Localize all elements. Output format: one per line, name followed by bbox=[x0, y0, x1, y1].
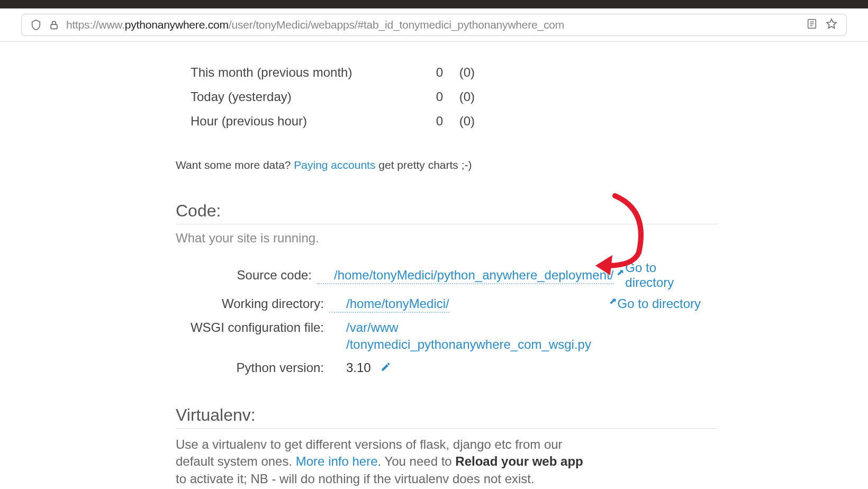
more-info-link[interactable]: More info here bbox=[296, 454, 378, 468]
more-data-note: Want some more data? Paying accounts get… bbox=[176, 159, 868, 171]
page-content: This month (previous month) 0 (0) Today … bbox=[176, 60, 868, 489]
stats-label: Hour (previous hour) bbox=[176, 114, 419, 129]
url-scheme: https:// bbox=[66, 19, 98, 31]
code-heading: Code: bbox=[176, 201, 718, 224]
wsgi-row: WSGI configuration file: /var/www /tonym… bbox=[176, 319, 718, 354]
more-data-prefix: Want some more data? bbox=[176, 159, 294, 171]
working-directory-row: Working directory: /home/tonyMedici/ Go … bbox=[176, 296, 718, 313]
share-icon bbox=[606, 296, 617, 311]
working-directory-label: Working directory: bbox=[176, 296, 329, 311]
tab-strip bbox=[0, 0, 868, 8]
stats-value: 0 bbox=[419, 114, 443, 129]
svg-rect-0 bbox=[51, 24, 57, 29]
address-bar: https://www.pythonanywhere.com/user/tony… bbox=[0, 8, 868, 42]
shield-icon[interactable] bbox=[30, 19, 42, 31]
working-directory-path[interactable]: /home/tonyMedici/ bbox=[329, 296, 449, 313]
source-code-path[interactable]: /home/tonyMedici/python_anywhere_deploym… bbox=[317, 268, 613, 284]
traffic-stats: This month (previous month) 0 (0) Today … bbox=[176, 60, 868, 133]
virtualenv-desc-mid: . You need to bbox=[378, 454, 456, 468]
url-text: https://www.pythonanywhere.com/user/tony… bbox=[66, 19, 564, 31]
pencil-icon[interactable] bbox=[381, 360, 391, 375]
url-container[interactable]: https://www.pythonanywhere.com/user/tony… bbox=[21, 14, 847, 36]
stats-row: Today (yesterday) 0 (0) bbox=[176, 85, 868, 109]
bookmark-star-icon[interactable] bbox=[825, 17, 838, 32]
python-version-row: Python version: 3.10 bbox=[176, 360, 718, 376]
stats-prev: (0) bbox=[443, 89, 475, 104]
lock-icon[interactable] bbox=[48, 19, 60, 31]
virtualenv-heading: Virtualenv: bbox=[176, 405, 718, 429]
reader-mode-icon[interactable] bbox=[806, 18, 818, 32]
wsgi-path[interactable]: /var/www /tonymedici_pythonanywhere_com_… bbox=[329, 319, 591, 354]
more-data-suffix: get pretty charts ;-) bbox=[375, 159, 472, 171]
stats-label: This month (previous month) bbox=[176, 65, 419, 80]
wsgi-label: WSGI configuration file: bbox=[176, 320, 329, 335]
reload-webapp-bold: Reload your web app bbox=[455, 454, 583, 468]
source-code-row: Source code: /home/tonyMedici/python_any… bbox=[176, 260, 718, 290]
url-path: /user/tonyMedici/webapps/#tab_id_tonymed… bbox=[229, 19, 564, 31]
python-version-value: 3.10 bbox=[329, 360, 371, 376]
stats-label: Today (yesterday) bbox=[176, 89, 419, 104]
stats-row: Hour (previous hour) 0 (0) bbox=[176, 109, 868, 133]
stats-row: This month (previous month) 0 (0) bbox=[176, 60, 868, 85]
paying-accounts-link[interactable]: Paying accounts bbox=[294, 159, 375, 171]
stats-prev: (0) bbox=[443, 114, 475, 129]
url-domain-pre: www. bbox=[98, 19, 124, 31]
stats-prev: (0) bbox=[443, 65, 475, 80]
goto-label: Go to directory bbox=[618, 296, 701, 311]
python-version-label: Python version: bbox=[176, 360, 329, 375]
url-domain: pythonanywhere.com bbox=[125, 19, 229, 31]
virtualenv-desc-post: to activate it; NB - will do nothing if … bbox=[176, 472, 535, 486]
goto-directory-working[interactable]: Go to directory bbox=[606, 296, 718, 311]
stats-value: 0 bbox=[419, 65, 443, 80]
code-subheading: What your site is running. bbox=[176, 231, 868, 246]
goto-directory-source[interactable]: Go to directory bbox=[613, 260, 718, 290]
virtualenv-description: Use a virtualenv to get different versio… bbox=[176, 436, 594, 487]
source-code-label: Source code: bbox=[176, 268, 317, 283]
stats-value: 0 bbox=[419, 89, 443, 104]
share-icon bbox=[613, 268, 624, 283]
goto-label: Go to directory bbox=[625, 260, 701, 290]
